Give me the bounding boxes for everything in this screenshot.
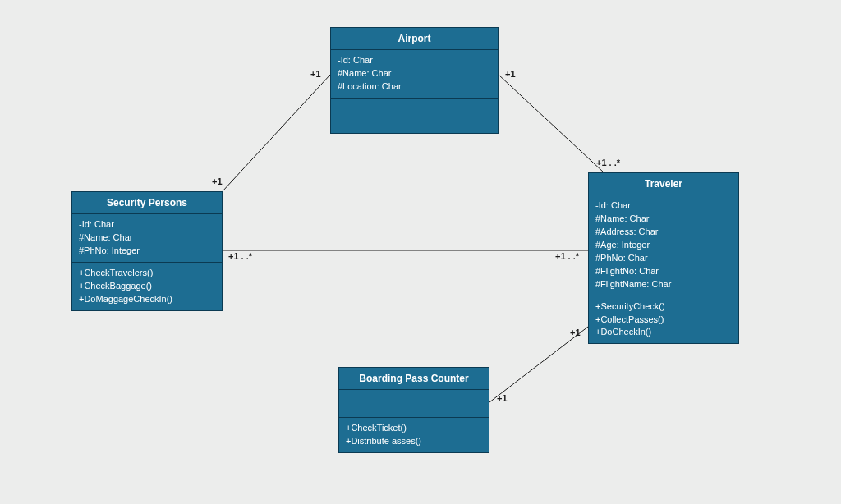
attr: #Name: Char [338,67,491,80]
mult-traveler-top: +1 . .* [596,158,620,167]
attributes-section: -Id: Char #Name: Char #Address: Char #Ag… [589,195,738,296]
attr: #PhNo: Char [595,252,732,265]
attr: -Id: Char [595,199,732,213]
attr: #Location: Char [338,80,491,94]
mult-security-top: +1 [212,176,223,186]
mult-airport-left: +1 [310,69,321,79]
attr: #FlightNo: Char [595,265,732,278]
attr: #Name: Char [595,213,732,226]
mult-security-right: +1 . .* [228,251,252,261]
operations-section: +CheckTravelers() +CheckBaggage() +DoMag… [72,263,222,310]
svg-line-1 [499,75,604,172]
class-title: Boarding Pass Counter [339,368,489,390]
class-airport: Airport -Id: Char #Name: Char #Location:… [330,27,499,134]
class-boarding-pass-counter: Boarding Pass Counter +CheckTicket() +Di… [338,367,489,453]
attr: #PhNo: Integer [79,245,215,258]
op: +SecurityCheck() [595,300,732,314]
attr: -Id: Char [338,54,491,67]
class-title: Security Persons [72,192,222,214]
op: +DoCheckIn() [595,326,732,339]
operations-section: +CheckTicket() +Distribute asses() [339,418,489,452]
attr: #Age: Integer [595,239,732,252]
mult-traveler-left-mid: +1 . .* [555,251,579,261]
op: +CheckTicket() [346,422,482,435]
class-title: Airport [331,28,498,50]
attributes-section [339,390,489,418]
class-traveler: Traveler -Id: Char #Name: Char #Address:… [588,172,739,344]
attr: #Address: Char [595,226,732,239]
operations-section: +SecurityCheck() +CollectPasses() +DoChe… [589,296,738,344]
attributes-section: -Id: Char #Name: Char #Location: Char [331,50,498,99]
mult-airport-right: +1 [505,69,516,79]
op: +CollectPasses() [595,314,732,327]
attr: -Id: Char [79,218,215,231]
attr: #FlightName: Char [595,278,732,291]
op: +Distribute asses() [346,435,482,448]
op: +DoMaggageCheckIn() [79,293,215,306]
class-security-persons: Security Persons -Id: Char #Name: Char #… [71,191,223,311]
svg-line-0 [223,75,330,191]
attributes-section: -Id: Char #Name: Char #PhNo: Integer [72,214,222,263]
mult-boarding-right: +1 [497,393,508,403]
class-title: Traveler [589,173,738,195]
op: +CheckBaggage() [79,280,215,293]
operations-section [331,99,498,133]
op: +CheckTravelers() [79,267,215,280]
svg-line-3 [489,327,588,402]
attr: #Name: Char [79,231,215,245]
mult-traveler-bottom: +1 [570,328,581,337]
